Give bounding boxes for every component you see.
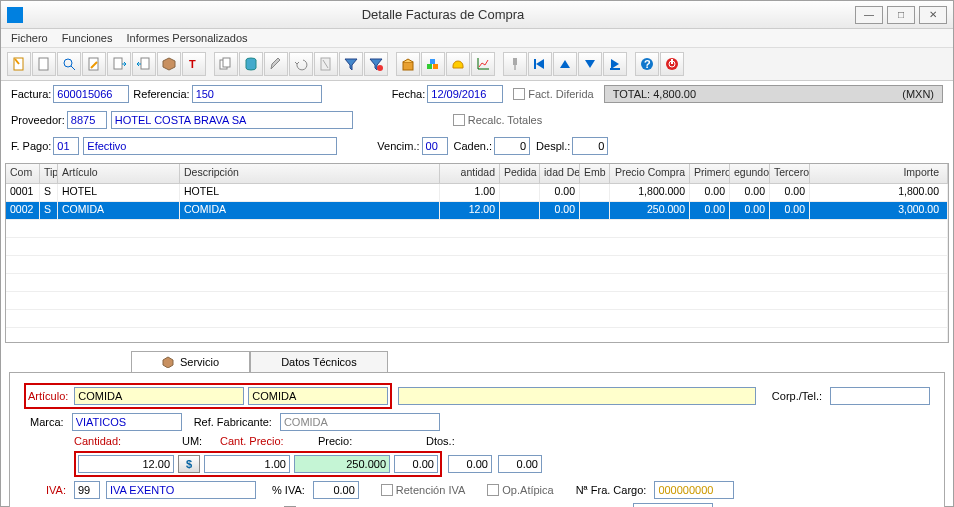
menu-informes[interactable]: Informes Personalizados (126, 32, 247, 44)
cant-dev-input[interactable] (633, 503, 713, 507)
total-display: TOTAL: 4,800.00 (MXN) (604, 85, 943, 103)
despl-input[interactable] (572, 137, 608, 155)
svg-rect-16 (433, 64, 438, 69)
detail-tabs: Servicio Datos Técnicos (131, 351, 945, 372)
package-icon[interactable] (157, 52, 181, 76)
precio-input[interactable] (294, 455, 390, 473)
caden-label: Caden.: (454, 140, 493, 152)
dto2-input[interactable] (448, 455, 492, 473)
reffab-label: Ref. Fabricante: (194, 416, 272, 428)
fpago-cod-input[interactable] (53, 137, 79, 155)
um-button[interactable]: $ (178, 455, 200, 473)
um-label: UM: (182, 435, 212, 447)
box-open-icon[interactable] (396, 52, 420, 76)
cantprecio-input[interactable] (204, 455, 290, 473)
pct-iva-input[interactable] (313, 481, 359, 499)
vencim-label: Vencim.: (377, 140, 419, 152)
header-fields: Factura: Referencia: Fecha: Fact. Diferi… (1, 81, 953, 159)
grid-row[interactable]: 0001S HOTELHOTEL 1.00 0.00 1,800.0000.00… (6, 184, 948, 202)
caden-input[interactable] (494, 137, 530, 155)
text-icon[interactable]: T (182, 52, 206, 76)
marca-input[interactable] (72, 413, 182, 431)
filter-off-icon[interactable] (364, 52, 388, 76)
database-icon[interactable] (239, 52, 263, 76)
fpago-label: F. Pago: (11, 140, 51, 152)
marca-label: Marca: (30, 416, 64, 428)
fecha-input[interactable] (427, 85, 503, 103)
proveedor-nom-input[interactable] (111, 111, 353, 129)
svg-rect-15 (427, 64, 432, 69)
factura-label: Factura: (11, 88, 51, 100)
cantidad-input[interactable] (78, 455, 174, 473)
menu-funciones[interactable]: Funciones (62, 32, 113, 44)
grid-row-empty[interactable] (6, 256, 948, 274)
prev-icon[interactable] (553, 52, 577, 76)
grid-row-empty[interactable] (6, 274, 948, 292)
svg-point-2 (64, 59, 72, 67)
nfra-input[interactable] (654, 481, 734, 499)
grid-header: Com Tip Artículo Descripción antidad Ped… (6, 164, 948, 184)
blank-icon[interactable] (32, 52, 56, 76)
grid-row-empty[interactable] (6, 328, 948, 343)
grid-row-empty[interactable] (6, 292, 948, 310)
power-icon[interactable] (660, 52, 684, 76)
copy-out-icon[interactable] (107, 52, 131, 76)
iva-label: IVA: (46, 484, 66, 496)
toolbar: T ? (1, 48, 953, 81)
titlebar: Detalle Facturas de Compra — □ ✕ (1, 1, 953, 29)
maximize-button[interactable]: □ (887, 6, 915, 24)
minimize-button[interactable]: — (855, 6, 883, 24)
pin-icon[interactable] (503, 52, 527, 76)
close-button[interactable]: ✕ (919, 6, 947, 24)
fact-diferida-check[interactable]: Fact. Diferida (513, 88, 593, 100)
retencion-check[interactable]: Retención IVA (381, 484, 466, 496)
grid-row-empty[interactable] (6, 220, 948, 238)
next-icon[interactable] (578, 52, 602, 76)
help-icon[interactable]: ? (635, 52, 659, 76)
search-icon[interactable] (57, 52, 81, 76)
fpago-nom-input[interactable] (83, 137, 337, 155)
first-icon[interactable] (528, 52, 552, 76)
corp-label: Corp./Tel.: (772, 390, 822, 402)
line-grid[interactable]: Com Tip Artículo Descripción antidad Ped… (5, 163, 949, 343)
new-icon[interactable] (7, 52, 31, 76)
chart-icon[interactable] (471, 52, 495, 76)
opatipica-check[interactable]: Op.Atípica (487, 484, 553, 496)
articulo-cod-input[interactable] (74, 387, 244, 405)
last-icon[interactable] (603, 52, 627, 76)
grid-row-empty[interactable] (6, 238, 948, 256)
duplicate-icon[interactable] (214, 52, 238, 76)
recalc-check[interactable]: Recalc. Totales (453, 114, 542, 126)
copy-in-icon[interactable] (132, 52, 156, 76)
reffab-input[interactable] (280, 413, 440, 431)
tab-servicio[interactable]: Servicio (131, 351, 250, 372)
svg-line-3 (71, 66, 75, 70)
proveedor-cod-input[interactable] (67, 111, 107, 129)
vencim-input[interactable] (422, 137, 448, 155)
corp-input[interactable] (830, 387, 930, 405)
edit-icon[interactable] (82, 52, 106, 76)
referencia-input[interactable] (192, 85, 322, 103)
iva-cod-input[interactable] (74, 481, 100, 499)
svg-rect-20 (513, 58, 517, 65)
undo-icon[interactable] (289, 52, 313, 76)
dto3-input[interactable] (498, 455, 542, 473)
cantprecio-label: Cant. Precio: (220, 435, 310, 447)
svg-rect-1 (39, 58, 48, 70)
grid-row-empty[interactable] (6, 310, 948, 328)
grid-row[interactable]: 0002S COMIDACOMIDA 12.00 0.00 250.0000.0… (6, 202, 948, 220)
articulo-desc-input[interactable] (248, 387, 388, 405)
brush-icon[interactable] (264, 52, 288, 76)
delete-icon[interactable] (314, 52, 338, 76)
svg-rect-5 (114, 58, 122, 69)
menu-fichero[interactable]: Fichero (11, 32, 48, 44)
iva-nom-input[interactable] (106, 481, 256, 499)
cubes-icon[interactable] (421, 52, 445, 76)
factura-input[interactable] (53, 85, 129, 103)
helmet-icon[interactable] (446, 52, 470, 76)
menubar: Fichero Funciones Informes Personalizado… (1, 29, 953, 48)
articulo-ext-input[interactable] (398, 387, 756, 405)
filter-icon[interactable] (339, 52, 363, 76)
dto1-input[interactable] (394, 455, 438, 473)
tab-datos-tecnicos[interactable]: Datos Técnicos (250, 351, 388, 372)
